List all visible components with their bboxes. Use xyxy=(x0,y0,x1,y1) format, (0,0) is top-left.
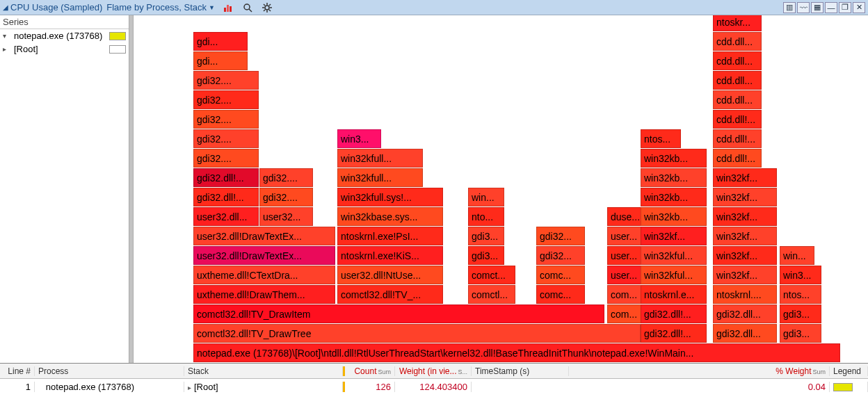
flame-frame[interactable]: win... xyxy=(780,246,814,265)
search-icon[interactable] xyxy=(241,1,254,14)
flame-frame[interactable]: ntos... xyxy=(641,129,681,148)
flame-frame[interactable]: uxtheme.dll!CTextDra... xyxy=(193,266,335,284)
flame-frame[interactable]: gdi32.... xyxy=(193,71,259,90)
view-title: CPU Usage (Sampled) xyxy=(10,2,102,13)
flame-frame[interactable]: gdi32.dll... xyxy=(713,324,777,343)
flame-frame[interactable]: ntoskrnl.... xyxy=(713,285,777,304)
flame-frame[interactable]: ntoskr... xyxy=(713,15,762,31)
cell-legend xyxy=(830,382,868,392)
flame-frame[interactable]: gdi3... xyxy=(780,324,821,343)
flame-frame[interactable]: comc... xyxy=(536,266,585,284)
flame-frame[interactable]: gdi... xyxy=(193,51,248,70)
flame-frame[interactable]: ntoskrnl.exe!KiS... xyxy=(337,246,443,265)
flame-frame[interactable]: cdd.dll!... xyxy=(713,129,762,148)
col-count[interactable]: CountSum xyxy=(343,366,395,376)
flame-frame[interactable]: win32kf... xyxy=(713,266,777,284)
flame-frame[interactable]: win32kb... xyxy=(641,207,707,226)
line-tab-icon[interactable]: 〰 xyxy=(797,2,810,13)
flame-frame[interactable]: gdi32.dll!... xyxy=(641,324,707,343)
flame-frame[interactable]: gdi3... xyxy=(468,246,504,265)
flame-frame[interactable]: user32... xyxy=(259,207,313,226)
flame-graph[interactable]: ntoskr...gdi...cdd.dll...gdi...cdd.dll..… xyxy=(134,15,868,363)
flame-frame[interactable]: win32kf... xyxy=(713,246,777,265)
flame-frame[interactable]: gdi32... xyxy=(536,246,585,265)
flame-frame[interactable]: comctl32.dll!TV_DrawItem xyxy=(193,304,604,323)
flame-frame[interactable]: gdi3... xyxy=(468,227,504,245)
flame-frame[interactable]: gdi32.dll!... xyxy=(193,168,259,187)
flame-chart-icon[interactable] xyxy=(222,1,234,14)
series-row[interactable]: ▾notepad.exe (173768) xyxy=(0,29,129,42)
flame-frame[interactable]: comct... xyxy=(468,266,515,284)
flame-frame[interactable]: user32.dll!NtUse... xyxy=(337,266,443,284)
table-row[interactable]: 1 notepad.exe (173768) ▸[Root] 126 124.4… xyxy=(0,379,868,394)
flame-frame[interactable]: win32kfull... xyxy=(337,168,423,187)
flame-frame[interactable]: gdi32.... xyxy=(193,110,259,129)
flame-frame[interactable]: ntoskrnl.exe!PsI... xyxy=(337,227,443,245)
grid-tab-icon[interactable]: ▦ xyxy=(811,2,823,13)
flame-frame[interactable]: comctl32.dll!TV_... xyxy=(337,285,443,304)
flame-frame[interactable]: cdd.dll... xyxy=(713,71,762,90)
flame-frame[interactable]: gdi32... xyxy=(536,227,585,245)
flame-frame[interactable]: win3... xyxy=(337,129,381,148)
flame-frame[interactable]: win3... xyxy=(780,266,821,284)
flame-frame[interactable]: gdi32.... xyxy=(259,188,313,206)
flame-frame[interactable]: comc... xyxy=(536,285,585,304)
expand-icon[interactable]: ▸ xyxy=(188,384,191,391)
flame-frame[interactable]: gdi32.dll!... xyxy=(641,304,707,323)
flame-frame[interactable]: win32kful... xyxy=(641,246,707,265)
flame-frame[interactable]: gdi... xyxy=(193,32,248,51)
flame-frame[interactable]: cdd.dll... xyxy=(713,51,762,70)
flame-frame[interactable]: win... xyxy=(468,188,504,206)
flame-frame[interactable]: win32kbase.sys... xyxy=(337,207,443,226)
flame-frame[interactable]: gdi32.... xyxy=(259,168,313,187)
flame-frame[interactable]: gdi32.dll!... xyxy=(193,188,259,206)
flame-frame[interactable]: ntos... xyxy=(780,285,821,304)
flame-frame[interactable]: gdi32.... xyxy=(193,149,259,168)
flame-frame[interactable]: win32kfull.sys!... xyxy=(337,188,443,206)
flame-frame[interactable]: cdd.dll... xyxy=(713,32,762,51)
flame-frame[interactable]: win32kb... xyxy=(641,149,707,168)
series-row[interactable]: ▸[Root] xyxy=(0,42,129,56)
flame-frame[interactable]: win32kful... xyxy=(641,266,707,284)
expand-icon[interactable]: ▸ xyxy=(3,45,11,53)
col-line[interactable]: Line # xyxy=(0,366,35,376)
view-mode-dropdown[interactable]: Flame by Process, Stack ▼ xyxy=(106,2,215,13)
flame-frame[interactable]: uxtheme.dll!DrawThem... xyxy=(193,285,335,304)
flame-frame[interactable]: cdd.dll!... xyxy=(713,149,762,168)
col-process[interactable]: Process xyxy=(35,366,184,376)
flame-frame[interactable]: cdd.dll!... xyxy=(713,110,762,129)
flame-frame[interactable]: comctl... xyxy=(468,285,515,304)
flame-frame[interactable]: win32kf... xyxy=(713,168,777,187)
flame-frame[interactable]: gdi3... xyxy=(780,304,821,323)
flame-frame[interactable]: user32.dll... xyxy=(193,207,259,226)
flame-frame[interactable]: gdi32.... xyxy=(193,90,259,109)
flame-frame[interactable]: win32kb... xyxy=(641,168,707,187)
collapse-caret[interactable]: ◢ xyxy=(3,3,8,11)
gear-icon[interactable] xyxy=(261,1,273,14)
minimize-icon[interactable]: — xyxy=(825,2,837,13)
flame-frame[interactable]: win32kf... xyxy=(641,227,707,245)
flame-frame[interactable]: user32.dll!DrawTextEx... xyxy=(193,227,335,245)
col-stack[interactable]: Stack xyxy=(184,366,343,376)
flame-frame[interactable]: nto... xyxy=(468,207,504,226)
chart-tab-icon[interactable]: ▥ xyxy=(783,2,796,13)
col-pct-weight[interactable]: % WeightSum xyxy=(764,366,830,376)
col-timestamp[interactable]: TimeStamp (s) xyxy=(472,366,569,376)
flame-frame[interactable]: notepad.exe (173768)\[Root]\ntdll.dll!Rt… xyxy=(193,343,840,362)
flame-frame[interactable]: win32kf... xyxy=(713,227,777,245)
col-legend[interactable]: Legend xyxy=(830,366,868,376)
flame-frame[interactable]: gdi32.dll... xyxy=(713,304,777,323)
restore-icon[interactable]: ❐ xyxy=(839,2,851,13)
flame-frame[interactable]: win32kfull... xyxy=(337,149,423,168)
flame-frame[interactable]: win32kf... xyxy=(713,188,777,206)
col-weight[interactable]: Weight (in vie...S... xyxy=(395,366,472,376)
flame-frame[interactable]: win32kf... xyxy=(713,207,777,226)
close-icon[interactable]: ✕ xyxy=(853,2,865,13)
flame-frame[interactable]: ntoskrnl.e... xyxy=(641,285,707,304)
flame-frame[interactable]: win32kb... xyxy=(641,188,707,206)
expand-icon[interactable]: ▾ xyxy=(3,32,11,40)
flame-frame[interactable]: comctl32.dll!TV_DrawTree xyxy=(193,324,641,343)
flame-frame[interactable]: user32.dll!DrawTextEx... xyxy=(193,246,335,265)
flame-frame[interactable]: cdd.dll... xyxy=(713,90,762,109)
flame-frame[interactable]: gdi32.... xyxy=(193,129,259,148)
